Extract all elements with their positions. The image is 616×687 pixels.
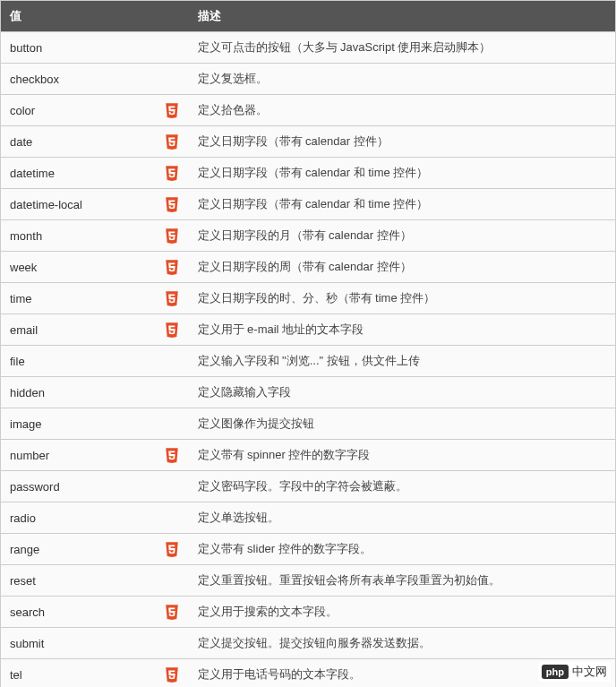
value-text: tel — [10, 668, 22, 682]
html5-icon — [164, 290, 180, 306]
value-cell: date — [1, 126, 189, 158]
value-cell: color — [1, 95, 189, 126]
table-row: tel定义用于电话号码的文本字段。 — [1, 659, 616, 688]
value-cell: reset — [1, 565, 189, 597]
watermark-badge: php — [542, 665, 569, 679]
value-text: week — [10, 261, 37, 274]
table-header-row: 值 描述 — [1, 1, 616, 32]
description-cell: 定义带有 slider 控件的数字字段。 — [189, 534, 616, 565]
table-row: checkbox定义复选框。 — [1, 64, 616, 95]
description-cell: 定义日期字段（带有 calendar 和 time 控件） — [189, 189, 616, 220]
value-cell: datetime — [1, 158, 189, 189]
value-cell: email — [1, 314, 189, 346]
description-cell: 定义日期字段的时、分、秒（带有 time 控件） — [189, 283, 616, 314]
table-row: file定义输入字段和 "浏览..." 按钮，供文件上传 — [1, 346, 616, 377]
table-row: search定义用于搜索的文本字段。 — [1, 597, 616, 628]
html5-icon — [164, 447, 180, 463]
value-cell: button — [1, 32, 189, 64]
html5-icon — [164, 541, 180, 557]
table-row: number定义带有 spinner 控件的数字字段 — [1, 440, 616, 471]
value-cell: month — [1, 220, 189, 252]
table-row: submit定义提交按钮。提交按钮向服务器发送数据。 — [1, 628, 616, 659]
value-text: reset — [10, 574, 36, 588]
description-cell: 定义日期字段（带有 calendar 控件） — [189, 126, 616, 158]
description-cell: 定义图像作为提交按钮 — [189, 408, 616, 440]
description-cell: 定义日期字段（带有 calendar 和 time 控件） — [189, 158, 616, 189]
value-cell: image — [1, 408, 189, 440]
value-text: number — [10, 449, 49, 462]
table-row: email定义用于 e-mail 地址的文本字段 — [1, 314, 616, 346]
value-text: image — [10, 417, 41, 431]
table-row: image定义图像作为提交按钮 — [1, 408, 616, 440]
table-row: datetime定义日期字段（带有 calendar 和 time 控件） — [1, 158, 616, 189]
value-cell: hidden — [1, 377, 189, 408]
table-row: time定义日期字段的时、分、秒（带有 time 控件） — [1, 283, 616, 314]
description-cell: 定义隐藏输入字段 — [189, 377, 616, 408]
description-cell: 定义单选按钮。 — [189, 502, 616, 534]
html5-icon — [164, 228, 180, 244]
table-row: range定义带有 slider 控件的数字字段。 — [1, 534, 616, 565]
value-text: radio — [10, 511, 36, 525]
value-text: time — [10, 292, 32, 305]
html5-icon — [164, 666, 180, 683]
value-text: datetime-local — [10, 198, 82, 211]
watermark: php 中文网 — [538, 662, 611, 682]
watermark-text: 中文网 — [572, 664, 607, 680]
value-cell: number — [1, 440, 189, 471]
value-cell: range — [1, 534, 189, 565]
value-text: hidden — [10, 386, 45, 399]
description-cell: 定义用于 e-mail 地址的文本字段 — [189, 314, 616, 346]
value-text: submit — [10, 637, 44, 650]
description-cell: 定义重置按钮。重置按钮会将所有表单字段重置为初始值。 — [189, 565, 616, 597]
value-cell: week — [1, 252, 189, 283]
value-cell: radio — [1, 502, 189, 534]
table-row: reset定义重置按钮。重置按钮会将所有表单字段重置为初始值。 — [1, 565, 616, 597]
value-cell: checkbox — [1, 64, 189, 95]
description-cell: 定义密码字段。字段中的字符会被遮蔽。 — [189, 471, 616, 502]
description-cell: 定义日期字段的月（带有 calendar 控件） — [189, 220, 616, 252]
value-text: email — [10, 323, 38, 337]
table-row: week定义日期字段的周（带有 calendar 控件） — [1, 252, 616, 283]
description-cell: 定义可点击的按钮（大多与 JavaScript 使用来启动脚本） — [189, 32, 616, 64]
value-text: range — [10, 543, 39, 556]
value-text: month — [10, 229, 42, 243]
input-type-table: 值 描述 button定义可点击的按钮（大多与 JavaScript 使用来启动… — [0, 0, 616, 687]
description-cell: 定义输入字段和 "浏览..." 按钮，供文件上传 — [189, 346, 616, 377]
value-cell: search — [1, 597, 189, 628]
value-cell: password — [1, 471, 189, 502]
html5-icon — [164, 165, 180, 181]
value-cell: tel — [1, 659, 189, 688]
value-cell: time — [1, 283, 189, 314]
table-row: button定义可点击的按钮（大多与 JavaScript 使用来启动脚本） — [1, 32, 616, 64]
value-text: date — [10, 135, 32, 149]
table-row: date定义日期字段（带有 calendar 控件） — [1, 126, 616, 158]
description-cell: 定义提交按钮。提交按钮向服务器发送数据。 — [189, 628, 616, 659]
value-text: color — [10, 104, 35, 117]
value-text: search — [10, 605, 45, 619]
header-description: 描述 — [189, 1, 616, 32]
html5-icon — [164, 196, 180, 212]
html5-icon — [164, 322, 180, 338]
description-cell: 定义日期字段的周（带有 calendar 控件） — [189, 252, 616, 283]
description-cell: 定义复选框。 — [189, 64, 616, 95]
value-text: button — [10, 41, 42, 55]
value-cell: datetime-local — [1, 189, 189, 220]
html5-icon — [164, 133, 180, 150]
value-cell: submit — [1, 628, 189, 659]
table-row: datetime-local定义日期字段（带有 calendar 和 time … — [1, 189, 616, 220]
table-row: radio定义单选按钮。 — [1, 502, 616, 534]
description-cell: 定义带有 spinner 控件的数字字段 — [189, 440, 616, 471]
header-value: 值 — [1, 1, 189, 32]
value-cell: file — [1, 346, 189, 377]
table-row: month定义日期字段的月（带有 calendar 控件） — [1, 220, 616, 252]
table-row: color定义拾色器。 — [1, 95, 616, 126]
value-text: password — [10, 480, 60, 494]
html5-icon — [164, 102, 180, 118]
value-text: file — [10, 355, 25, 368]
html5-icon — [164, 604, 180, 620]
description-cell: 定义拾色器。 — [189, 95, 616, 126]
table-row: hidden定义隐藏输入字段 — [1, 377, 616, 408]
value-text: datetime — [10, 167, 55, 180]
html5-icon — [164, 259, 180, 275]
description-cell: 定义用于搜索的文本字段。 — [189, 597, 616, 628]
